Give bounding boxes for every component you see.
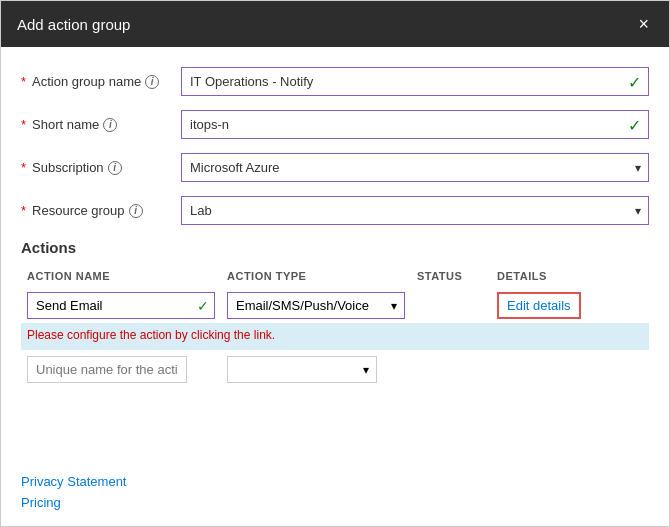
error-row: Please configure the action by clicking … <box>21 323 649 350</box>
required-star-4: * <box>21 203 26 218</box>
action-group-name-input[interactable] <box>181 67 649 96</box>
action-group-name-row: * Action group name i ✓ <box>21 67 649 96</box>
action-name-checkmark: ✓ <box>197 298 209 314</box>
required-star: * <box>21 74 26 89</box>
col-header-status: STATUS <box>411 266 491 288</box>
subscription-select[interactable]: Microsoft Azure <box>181 153 649 182</box>
resource-group-row: * Resource group i Lab ▾ <box>21 196 649 225</box>
new-action-name-cell <box>21 350 221 389</box>
privacy-statement-link[interactable]: Privacy Statement <box>21 474 649 489</box>
col-header-action-type: ACTION TYPE <box>221 266 411 288</box>
dialog-title: Add action group <box>17 16 130 33</box>
subscription-row: * Subscription i Microsoft Azure ▾ <box>21 153 649 182</box>
action-name-input[interactable] <box>27 292 215 319</box>
edit-details-cell: Edit details <box>491 288 649 323</box>
subscription-label: * Subscription i <box>21 160 181 175</box>
required-star-2: * <box>21 117 26 132</box>
dialog-body: * Action group name i ✓ * Short name i ✓ <box>1 47 669 464</box>
close-button[interactable]: × <box>634 13 653 35</box>
col-header-action-name: ACTION NAME <box>21 266 221 288</box>
error-message: Please configure the action by clicking … <box>27 328 275 342</box>
action-name-cell: ✓ <box>21 288 221 323</box>
pricing-link[interactable]: Pricing <box>21 495 649 510</box>
subscription-select-wrapper: Microsoft Azure ▾ <box>181 153 649 182</box>
resource-group-select[interactable]: Lab <box>181 196 649 225</box>
error-cell: Please configure the action by clicking … <box>21 323 649 350</box>
action-type-select[interactable]: Email/SMS/Push/Voice <box>227 292 405 319</box>
table-row: ✓ Email/SMS/Push/Voice ▾ Edit deta <box>21 288 649 323</box>
footer: Privacy Statement Pricing <box>1 464 669 526</box>
short-name-input-wrapper: ✓ <box>181 110 649 139</box>
resource-group-label: * Resource group i <box>21 203 181 218</box>
action-group-name-checkmark: ✓ <box>628 72 641 91</box>
new-action-type-select[interactable] <box>227 356 377 383</box>
action-group-name-input-wrapper: ✓ <box>181 67 649 96</box>
dialog-header: Add action group × <box>1 1 669 47</box>
status-cell <box>411 288 491 323</box>
short-name-label: * Short name i <box>21 117 181 132</box>
short-name-input[interactable] <box>181 110 649 139</box>
new-action-row: ▾ <box>21 350 649 389</box>
new-action-name-input[interactable] <box>27 356 187 383</box>
info-icon-rg[interactable]: i <box>129 204 143 218</box>
action-name-input-wrapper: ✓ <box>27 292 215 319</box>
required-star-3: * <box>21 160 26 175</box>
table-header-row: ACTION NAME ACTION TYPE STATUS DETAILS <box>21 266 649 288</box>
new-action-type-select-wrapper: ▾ <box>227 356 377 383</box>
col-header-details: DETAILS <box>491 266 649 288</box>
new-action-type-cell: ▾ <box>221 350 411 389</box>
short-name-checkmark: ✓ <box>628 115 641 134</box>
actions-table: ACTION NAME ACTION TYPE STATUS DETAILS ✓ <box>21 266 649 389</box>
add-action-group-dialog: Add action group × * Action group name i… <box>0 0 670 527</box>
new-action-details-cell <box>491 350 649 389</box>
actions-section-title: Actions <box>21 239 649 256</box>
info-icon-agname[interactable]: i <box>145 75 159 89</box>
short-name-row: * Short name i ✓ <box>21 110 649 139</box>
action-type-select-wrapper: Email/SMS/Push/Voice ▾ <box>227 292 405 319</box>
info-icon-subscription[interactable]: i <box>108 161 122 175</box>
resource-group-select-wrapper: Lab ▾ <box>181 196 649 225</box>
new-action-status-cell <box>411 350 491 389</box>
edit-details-button[interactable]: Edit details <box>497 292 581 319</box>
action-group-name-label: * Action group name i <box>21 74 181 89</box>
action-type-cell: Email/SMS/Push/Voice ▾ <box>221 288 411 323</box>
info-icon-shortname[interactable]: i <box>103 118 117 132</box>
